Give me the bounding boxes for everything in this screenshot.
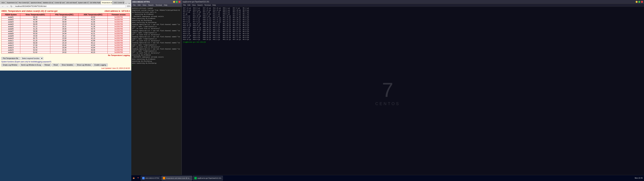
plot-temperature-button[interactable]: Plot Temperature file bbox=[1, 57, 20, 60]
term-menu-file[interactable]: File bbox=[182, 4, 187, 6]
midas-menu-search[interactable]: Search bbox=[147, 4, 155, 6]
system-functions-label: System functions (Expert users only for … bbox=[1, 60, 130, 63]
term-menu-help[interactable]: Help bbox=[212, 4, 217, 6]
table-cell-1-0: asda02 bbox=[2, 18, 20, 21]
midas-minimize-button[interactable] bbox=[173, 1, 175, 3]
table-cell-10-1: 51.25 bbox=[20, 40, 50, 42]
reload-nav-button[interactable]: ↻ bbox=[10, 5, 14, 8]
table-cell-4-1: 55.12 bbox=[20, 26, 50, 28]
terminal-minimize-button[interactable] bbox=[636, 1, 638, 3]
midas-menu-file[interactable]: File bbox=[132, 4, 137, 6]
table-cell-2-0: asda03 bbox=[2, 21, 20, 23]
table-cell-7-0: asda00 bbox=[2, 32, 20, 35]
table-cell-6-4: 0x3350706 bbox=[108, 30, 130, 32]
terminal-close-button[interactable] bbox=[641, 1, 643, 3]
centos-version-number: 7 bbox=[375, 78, 400, 102]
term-menu-search[interactable]: Search bbox=[196, 4, 204, 6]
table-row: asda1651.6224.6240.250x3350706 bbox=[2, 51, 130, 54]
table-row: asda1453.7525.9443.940x3350706 bbox=[2, 46, 130, 49]
browser-tab-1[interactable]: Experiment Contr…✕ bbox=[6, 1, 18, 4]
table-row: asda0758.8824.8844.380x3350706 bbox=[2, 30, 130, 32]
browser-tab-5[interactable]: Control @ carme…✕ bbox=[54, 1, 65, 4]
table-cell-1-4: 0x3350706 bbox=[108, 18, 130, 21]
table-row: asda0555.1226.3141.380x3350706 bbox=[2, 26, 130, 28]
taskbar-item-icon-1 bbox=[163, 177, 165, 179]
close-window-button[interactable]: ✕ bbox=[128, 2, 131, 4]
table-cell-13-0: asda14 bbox=[2, 46, 20, 49]
table-cell-11-1: 56.00 bbox=[20, 42, 50, 44]
ctrl-button-6[interactable]: Enable Logging bbox=[93, 64, 108, 66]
new-tab-button[interactable]: + bbox=[124, 2, 128, 4]
ctrl-button-5[interactable]: Show Log Window bbox=[75, 64, 92, 66]
ctrl-button-3[interactable]: Reset bbox=[52, 64, 59, 66]
table-cell-5-2: 25.56 bbox=[50, 28, 78, 30]
table-cell-6-1: 58.88 bbox=[20, 30, 50, 32]
forward-button[interactable]: → bbox=[5, 5, 10, 8]
midas-maximize-button[interactable] bbox=[176, 1, 178, 3]
desktop-area: 7 CENTOS bbox=[131, 10, 644, 175]
browser-tab-0[interactable]: AIDA✕ bbox=[0, 1, 6, 4]
table-cell-7-2: 24.94 bbox=[50, 32, 78, 35]
taskbar-item-icon-2 bbox=[194, 177, 197, 179]
midas-close-button[interactable] bbox=[178, 1, 180, 3]
table-cell-12-1: 57.00 bbox=[20, 44, 50, 46]
table-cell-8-0: asda09 bbox=[2, 35, 20, 37]
midas-menu-terminal[interactable]: Terminal bbox=[155, 4, 163, 6]
tab-close-0[interactable]: ✕ bbox=[5, 2, 6, 4]
table-header-2: PSU Temperature(35C) bbox=[50, 14, 78, 16]
table-cell-7-3: 42.31 bbox=[78, 32, 108, 35]
term-menu-edit[interactable]: Edit bbox=[187, 4, 191, 6]
table-cell-12-0: asda13 bbox=[2, 44, 20, 46]
midas-menu-bar: File Edit View Search Terminal Help bbox=[131, 4, 182, 7]
browser-tab-4[interactable]: Statistics @ carm…✕ bbox=[42, 1, 53, 4]
browser-tab-9[interactable]: Temperature and …✕ bbox=[101, 1, 112, 4]
table-cell-3-0: asda04 bbox=[2, 23, 20, 26]
ctrl-button-4[interactable]: Show Variables bbox=[60, 64, 75, 66]
ctrl-button-1[interactable]: Send Log Window to ELog bbox=[20, 64, 42, 66]
taskbar-item-0[interactable]: AIDA MIDAS HTTPd bbox=[141, 176, 161, 180]
taskbar-item-2[interactable]: rpg@carme-gsi:/TapeData/G22-201 bbox=[193, 176, 223, 180]
browser-tab-2[interactable]: Run Control @ ca…✕ bbox=[18, 1, 30, 4]
midas-menu-help[interactable]: Help bbox=[163, 4, 168, 6]
ctrl-button-0[interactable]: Empty Log Window bbox=[1, 64, 19, 66]
table-cell-15-2: 24.62 bbox=[50, 51, 78, 54]
taskbar-item-1[interactable]: Temperature and status scan @ ca… bbox=[161, 176, 192, 180]
back-button[interactable]: ← bbox=[1, 5, 5, 8]
table-header-3: ASIC Temperature(55C) bbox=[78, 14, 108, 16]
table-cell-13-3: 43.94 bbox=[78, 46, 108, 49]
term-menu-view[interactable]: View bbox=[191, 4, 196, 6]
table-cell-10-4: 0x3350706 bbox=[108, 40, 130, 42]
terminal-menu-bar: File Edit View Search Terminal Help bbox=[182, 4, 644, 7]
midas-menu-view[interactable]: View bbox=[142, 4, 147, 6]
browser-tab-3[interactable]: Spectrum Browsin…✕ bbox=[30, 1, 42, 4]
browser-tab-7[interactable]: System wide Che…✕ bbox=[77, 1, 88, 4]
table-cell-13-2: 25.94 bbox=[50, 46, 78, 49]
centos-name: CENTOS bbox=[375, 102, 400, 106]
table-cell-5-3: 43.75 bbox=[78, 28, 108, 30]
browser-tab-8[interactable]: GSI White Rabbit …✕ bbox=[89, 1, 100, 4]
table-row: asda0361.8830.0041.060x3350706 bbox=[2, 21, 130, 23]
browser-tab-6[interactable]: LED and Wavefor…✕ bbox=[65, 1, 77, 4]
ctrl-button-2[interactable]: Reload bbox=[43, 64, 52, 66]
table-cell-9-4: 0x3350706 bbox=[108, 37, 130, 40]
table-cell-2-1: 61.88 bbox=[20, 21, 50, 23]
table-row: asda0456.6923.1945.250x3350706 bbox=[2, 23, 130, 26]
table-row: asda1060.7523.5042.190x3350706 bbox=[2, 37, 130, 40]
table-cell-14-3: 46.06 bbox=[78, 49, 108, 51]
terminal-maximize-button[interactable] bbox=[638, 1, 640, 3]
midas-menu-edit[interactable]: Edit bbox=[137, 4, 142, 6]
table-cell-8-1: 44.00 bbox=[20, 35, 50, 37]
table-cell-7-1: 55.50 bbox=[20, 32, 50, 35]
table-cell-4-2: 26.31 bbox=[50, 26, 78, 28]
table-row: asda0055.5024.9442.310x3350706 bbox=[2, 32, 130, 35]
table-cell-14-0: asda15 bbox=[2, 49, 20, 51]
table-cell-14-1: 52.50 bbox=[20, 49, 50, 51]
browser-tab-10[interactable]: ASIC Control @ c…✕ bbox=[112, 1, 124, 4]
table-cell-13-4: 0x3350706 bbox=[108, 46, 130, 49]
table-cell-0-4: 0x3350706 bbox=[108, 16, 130, 18]
function-select[interactable]: Select required function bbox=[20, 57, 43, 60]
table-cell-3-4: 0x3350706 bbox=[108, 23, 130, 26]
term-menu-terminal[interactable]: Terminal bbox=[204, 4, 212, 6]
url-input[interactable] bbox=[14, 5, 126, 8]
table-cell-0-3: 42.50 bbox=[78, 16, 108, 18]
